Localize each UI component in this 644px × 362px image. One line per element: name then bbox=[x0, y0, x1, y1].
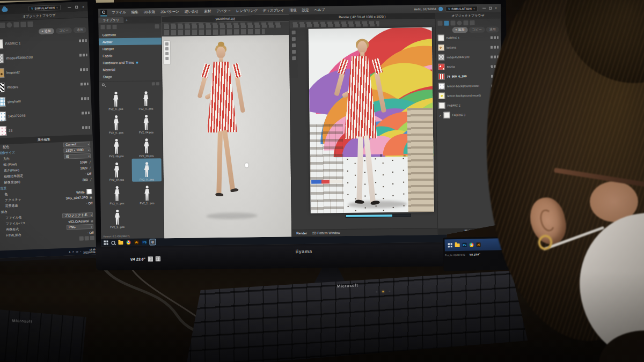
copy-fabric-button[interactable]: コピー bbox=[55, 27, 72, 34]
property-value[interactable]: 34G_3267.JPG bbox=[66, 195, 92, 200]
property-value[interactable]: Off bbox=[86, 201, 92, 204]
pose-item[interactable]: FV2_0...pos bbox=[102, 182, 132, 206]
menu-item[interactable]: 編集 bbox=[129, 10, 141, 15]
menu-item[interactable]: ファイル bbox=[109, 10, 129, 15]
list-view-icon[interactable] bbox=[156, 82, 159, 85]
menu-item[interactable]: 設定 bbox=[299, 8, 311, 13]
add-fabric-button[interactable]: + 追加 bbox=[38, 28, 54, 34]
left-monitor-taskbar[interactable]: ∧ × ▭ ◦ 14:39 2022/07/29 bbox=[0, 247, 97, 258]
fabric-name: lemon-background excel5 bbox=[447, 94, 489, 98]
pose-item[interactable]: FV2_0...pos bbox=[101, 112, 131, 135]
apply-fabric-button[interactable]: 適用 bbox=[74, 27, 86, 33]
pose-item[interactable]: FV2_0...pos bbox=[101, 88, 131, 112]
minimize-icon[interactable] bbox=[68, 7, 71, 8]
fabric-name: gingham bbox=[8, 97, 79, 104]
taskbar-app[interactable]: Ps bbox=[142, 240, 147, 245]
taskbar-search-icon[interactable] bbox=[111, 241, 115, 245]
fabric-action-icons[interactable] bbox=[82, 126, 90, 129]
avatar-left-leg bbox=[216, 131, 223, 195]
buttonhole-type-icon[interactable] bbox=[6, 22, 12, 27]
explorer-icon[interactable] bbox=[118, 241, 123, 245]
pose-item[interactable]: FV2_1...pos bbox=[103, 206, 133, 230]
3d-viewport[interactable]: yazakimai.zpj bbox=[162, 14, 291, 238]
fabric-action-icons[interactable] bbox=[79, 54, 87, 57]
fabric-action-icons[interactable] bbox=[79, 39, 87, 42]
library-category[interactable]: Stage bbox=[99, 72, 162, 80]
property-value[interactable]: 縦 bbox=[64, 153, 91, 159]
chrome-icon[interactable] bbox=[126, 240, 130, 245]
menu-item[interactable]: 3D衣装 bbox=[141, 10, 158, 14]
pose-name: FV2_1...pos bbox=[110, 225, 125, 228]
property-label: 画像サイズ bbox=[0, 150, 15, 156]
menu-item[interactable]: 環境 bbox=[287, 8, 299, 13]
library-tab[interactable]: ライブラリ bbox=[98, 17, 123, 24]
property-value[interactable]: 1920 x 1080 bbox=[63, 147, 90, 153]
menu-item[interactable]: 2Dパターン bbox=[158, 10, 182, 15]
fabric-name: FABRIC 2 bbox=[447, 104, 489, 107]
clo-app-logo[interactable]: C bbox=[100, 10, 107, 16]
simulation-mode-button[interactable]: SIMULATION bbox=[445, 5, 478, 11]
3d-canvas[interactable] bbox=[162, 35, 292, 238]
puckering-type-icon[interactable] bbox=[20, 21, 26, 27]
pose-item[interactable]: FV2_07.pos bbox=[102, 159, 132, 182]
topstitch-type-icon[interactable] bbox=[13, 21, 19, 27]
property-value[interactable]: White bbox=[76, 188, 92, 194]
taskbar-app[interactable]: Ai bbox=[134, 240, 139, 245]
property-value[interactable]: s/CLO/Assets/ bbox=[68, 219, 93, 223]
property-value[interactable]: 1080 bbox=[80, 160, 91, 164]
property-value[interactable]: PNG bbox=[67, 224, 93, 230]
property-value[interactable]: 1920 bbox=[80, 166, 91, 169]
pose-item[interactable]: FV2_0...pos bbox=[131, 87, 161, 111]
cloud-icon[interactable] bbox=[2, 8, 8, 11]
menu-item[interactable]: 素材 bbox=[201, 9, 214, 14]
property-value[interactable]: 300 bbox=[82, 178, 91, 181]
close-icon[interactable]: × bbox=[82, 5, 84, 8]
pose-item[interactable]: FV2_1...pos bbox=[132, 182, 162, 205]
menu-item[interactable]: 縫い合せ bbox=[182, 9, 201, 14]
pose-item[interactable]: FV2_05.pos bbox=[101, 135, 131, 159]
fabric-type-icon[interactable] bbox=[444, 20, 449, 25]
toolbar-icons-row1[interactable] bbox=[164, 22, 282, 29]
account-avatar-icon[interactable] bbox=[438, 6, 443, 11]
category-dot-icon bbox=[117, 69, 119, 71]
property-value[interactable]: Off bbox=[85, 172, 91, 175]
copy-fabric-button[interactable]: コピー bbox=[469, 26, 485, 32]
property-value[interactable]: Off bbox=[87, 231, 93, 234]
property-value[interactable]: Current bbox=[63, 142, 90, 147]
trim-type-icon[interactable] bbox=[27, 21, 33, 26]
search-icon[interactable] bbox=[102, 83, 105, 86]
taskbar-app[interactable]: C bbox=[150, 239, 155, 245]
tab-2d-pattern-window[interactable]: 2D Pattern Window bbox=[312, 231, 340, 235]
pose-thumbnail-icon bbox=[141, 91, 150, 107]
menu-item[interactable]: レンダリング bbox=[233, 9, 260, 14]
main-monitor-screen: C ファイル編集3D衣装2Dパターン縫い合せ素材アバターレンダリングディスプレイ… bbox=[98, 4, 503, 246]
viewport-toolbar[interactable] bbox=[162, 21, 289, 36]
left-monitor-screen: SIMULATION × オブジェクトブラウザ + 追加 コピー 適用 bbox=[0, 2, 97, 258]
menu-item[interactable]: ディスプレイ bbox=[260, 8, 287, 13]
toolbar-icons-row2[interactable] bbox=[164, 29, 265, 35]
restore-icon[interactable] bbox=[75, 5, 78, 8]
pose-item[interactable]: FV2_0...pos bbox=[132, 158, 162, 182]
pose-item[interactable]: FV2_04.pos bbox=[131, 111, 161, 135]
simulation-button[interactable]: SIMULATION bbox=[28, 5, 61, 11]
menu-item[interactable]: ヘルプ bbox=[311, 8, 327, 12]
tray-icons[interactable]: ∧ × ▭ ◦ bbox=[69, 250, 82, 254]
menu-item[interactable]: アバター bbox=[214, 9, 233, 14]
chrome-icon bbox=[470, 242, 474, 247]
start-button-icon[interactable] bbox=[104, 240, 108, 245]
tab-render[interactable]: Render bbox=[296, 232, 307, 235]
fabric-action-icons[interactable] bbox=[82, 112, 90, 115]
account-greeting[interactable]: Hello, bfc3d004 bbox=[414, 7, 436, 11]
fabric-action-icons[interactable] bbox=[80, 68, 88, 71]
refresh-icon[interactable] bbox=[152, 82, 155, 85]
render-side-toolbar[interactable] bbox=[290, 28, 298, 78]
view-gizmo-toolbar[interactable] bbox=[164, 41, 171, 64]
fabric-action-icons[interactable] bbox=[80, 83, 89, 86]
striped-dress[interactable] bbox=[206, 61, 237, 132]
fabric-action-icons[interactable] bbox=[81, 97, 89, 100]
add-fabric-button[interactable]: + 追加 bbox=[452, 27, 467, 33]
explorer-icon bbox=[455, 243, 460, 247]
pose-item[interactable]: FV2_06.pos bbox=[131, 135, 162, 158]
button-type-icon[interactable] bbox=[0, 22, 5, 27]
library-add-icon[interactable]: + bbox=[126, 18, 128, 22]
